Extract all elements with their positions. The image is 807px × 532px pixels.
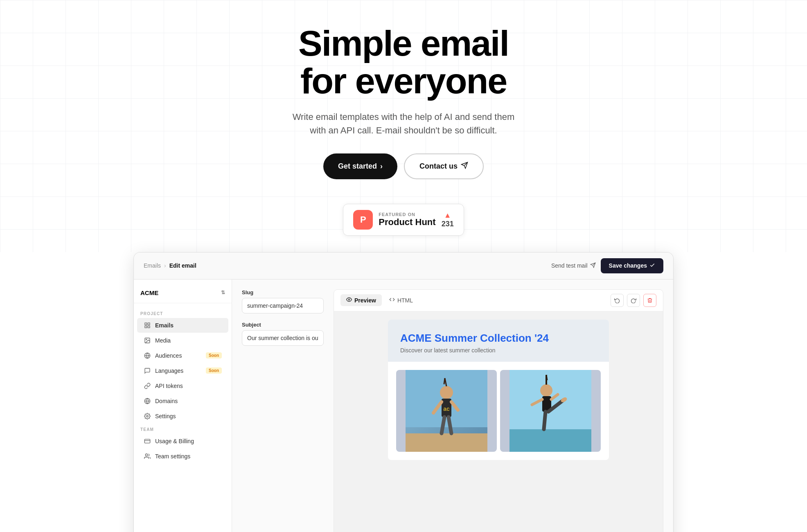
- svg-rect-4: [145, 323, 147, 325]
- settings-icon: [144, 413, 151, 420]
- breadcrumb-emails-link[interactable]: Emails: [144, 262, 161, 269]
- languages-icon: [144, 367, 151, 374]
- hero-section: Simple email for everyone Write email te…: [0, 0, 807, 252]
- main-content: Slug Subject: [232, 280, 673, 532]
- svg-line-30: [444, 378, 445, 384]
- tab-preview[interactable]: Preview: [340, 294, 382, 306]
- preview-toolbar-right: [611, 294, 656, 307]
- svg-line-42: [546, 375, 547, 380]
- audiences-icon: [144, 352, 151, 359]
- window-body: ACME ⇅ PROJECT Emails: [134, 280, 673, 532]
- svg-point-9: [146, 339, 147, 340]
- sidebar-item-api-tokens[interactable]: API tokens: [137, 379, 228, 393]
- svg-rect-7: [148, 326, 150, 328]
- send-icon: [461, 162, 468, 171]
- svg-point-22: [440, 386, 453, 399]
- svg-text:ac: ac: [443, 406, 450, 412]
- email-header: ACME Summer Collection '24 Discover our …: [388, 320, 609, 362]
- preview-tabs: Preview HTML: [334, 290, 663, 311]
- ph-logo-icon: P: [353, 210, 373, 230]
- app-window: Emails › Edit email Send test mail Save …: [133, 252, 674, 532]
- svg-point-14: [147, 415, 148, 417]
- breadcrumb: Emails › Edit email: [144, 262, 196, 269]
- hero-buttons: Get started › Contact us: [0, 153, 807, 179]
- sidebar-settings-label: Settings: [155, 413, 176, 419]
- delete-button[interactable]: [643, 294, 656, 307]
- app-window-wrapper: Emails › Edit email Send test mail Save …: [133, 252, 674, 532]
- sidebar-languages-label: Languages: [155, 367, 183, 374]
- emails-icon: [144, 322, 151, 329]
- team-settings-icon: [144, 453, 151, 460]
- sidebar-emails-label: Emails: [155, 322, 174, 329]
- athlete-image-2: [500, 370, 601, 452]
- get-started-button[interactable]: Get started ›: [323, 153, 397, 179]
- billing-icon: [144, 437, 151, 445]
- form-panel: Slug Subject: [242, 289, 324, 532]
- api-tokens-icon: [144, 382, 151, 390]
- preview-panel: Preview HTML: [334, 289, 663, 532]
- domains-icon: [144, 397, 151, 405]
- sidebar-item-emails[interactable]: Emails: [137, 318, 228, 333]
- subject-form-group: Subject: [242, 322, 324, 346]
- sidebar-team-settings-label: Team settings: [155, 453, 190, 460]
- audiences-soon-badge: Soon: [206, 352, 222, 358]
- sidebar-item-domains[interactable]: Domains: [137, 394, 228, 408]
- media-icon: [144, 337, 151, 344]
- topbar-actions: Send test mail Save changes: [551, 258, 663, 273]
- chevron-right-icon: ›: [380, 162, 383, 171]
- email-images: ac: [388, 362, 609, 460]
- send-icon: [590, 262, 596, 269]
- project-section-label: PROJECT: [134, 308, 232, 318]
- email-card: ACME Summer Collection '24 Discover our …: [388, 320, 609, 460]
- hero-subtitle: Write email templates with the help of A…: [0, 110, 807, 137]
- contact-us-button[interactable]: Contact us: [404, 153, 484, 179]
- breadcrumb-current: Edit email: [169, 262, 196, 269]
- sidebar-item-team-settings[interactable]: Team settings: [137, 449, 228, 464]
- sidebar-billing-label: Usage & Billing: [155, 438, 194, 444]
- sidebar-item-languages[interactable]: Languages Soon: [137, 363, 228, 378]
- email-header-subtitle: Discover our latest summer collection: [400, 347, 597, 354]
- upvote-arrow-icon: ▲: [444, 211, 451, 220]
- sidebar-audiences-label: Audiences: [155, 352, 182, 359]
- send-test-mail-button[interactable]: Send test mail: [551, 262, 596, 269]
- breadcrumb-separator: ›: [164, 262, 166, 269]
- subject-label: Subject: [242, 322, 324, 328]
- tab-html[interactable]: HTML: [383, 294, 419, 306]
- team-section-label: TEAM: [134, 424, 232, 433]
- hero-content: Simple email for everyone Write email te…: [0, 25, 807, 236]
- product-hunt-badge[interactable]: P FEATURED ON Product Hunt ▲ 231: [343, 204, 464, 236]
- save-changes-button[interactable]: Save changes: [601, 258, 663, 273]
- svg-rect-33: [509, 429, 591, 452]
- sidebar-api-tokens-label: API tokens: [155, 383, 183, 389]
- hero-title: Simple email for everyone: [0, 25, 807, 100]
- svg-rect-6: [145, 326, 147, 328]
- svg-point-34: [540, 384, 552, 397]
- undo-button[interactable]: [611, 294, 624, 307]
- svg-rect-15: [144, 439, 150, 443]
- eye-icon: [346, 297, 352, 304]
- subject-input[interactable]: [242, 330, 324, 346]
- check-icon: [649, 262, 655, 269]
- slug-input[interactable]: [242, 298, 324, 313]
- sidebar-item-media[interactable]: Media: [137, 333, 228, 348]
- ph-votes: ▲ 231: [442, 211, 454, 228]
- languages-soon-badge: Soon: [206, 367, 222, 374]
- sidebar-media-label: Media: [155, 337, 171, 344]
- workspace-chevron-icon: ⇅: [221, 290, 225, 295]
- workspace-selector[interactable]: ACME ⇅: [134, 286, 232, 303]
- svg-rect-21: [406, 433, 487, 452]
- email-preview: ACME Summer Collection '24 Discover our …: [334, 311, 663, 468]
- sidebar-item-audiences[interactable]: Audiences Soon: [137, 348, 228, 363]
- svg-point-17: [145, 454, 147, 456]
- sidebar-domains-label: Domains: [155, 398, 178, 404]
- sidebar-item-usage-billing[interactable]: Usage & Billing: [137, 434, 228, 449]
- ph-text: FEATURED ON Product Hunt: [379, 212, 435, 228]
- email-header-title: ACME Summer Collection '24: [400, 332, 597, 345]
- svg-rect-5: [148, 323, 150, 325]
- sidebar-item-settings[interactable]: Settings: [137, 409, 228, 424]
- redo-button[interactable]: [627, 294, 640, 307]
- svg-line-38: [544, 412, 546, 429]
- slug-form-group: Slug: [242, 289, 324, 313]
- sidebar: ACME ⇅ PROJECT Emails: [134, 280, 232, 532]
- code-icon: [389, 297, 395, 304]
